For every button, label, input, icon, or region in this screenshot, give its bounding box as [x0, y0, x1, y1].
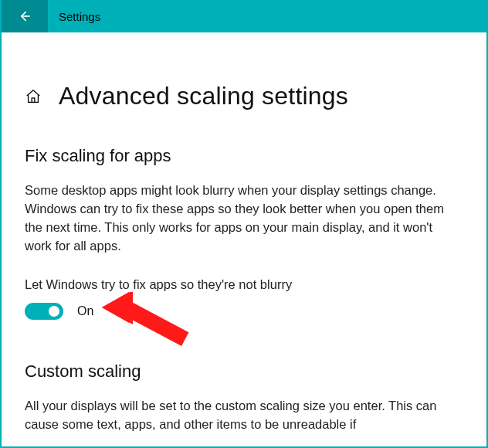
section-heading-fix-scaling: Fix scaling for apps: [25, 146, 463, 166]
section-heading-custom-scaling: Custom scaling: [25, 361, 463, 382]
content-area: Advanced scaling settings Fix scaling fo…: [2, 32, 486, 434]
home-icon[interactable]: [25, 88, 42, 105]
arrow-left-icon: [17, 8, 32, 24]
titlebar-label: Settings: [48, 10, 100, 23]
page-title-row: Advanced scaling settings: [25, 82, 463, 110]
page-title: Advanced scaling settings: [59, 82, 348, 110]
fix-scaling-description: Some desktop apps might look blurry when…: [25, 182, 457, 256]
custom-scaling-description: All your displays will be set to the cus…: [25, 397, 457, 434]
back-button[interactable]: [2, 0, 48, 32]
titlebar: Settings: [2, 0, 486, 32]
fix-blurry-toggle-state: On: [77, 304, 93, 318]
toggle-knob: [49, 306, 59, 317]
fix-blurry-toggle[interactable]: [25, 303, 63, 320]
window-frame: Settings Advanced scaling settings Fix s…: [0, 0, 488, 448]
fix-blurry-toggle-row: On: [25, 303, 463, 320]
fix-blurry-option-label: Let Windows try to fix apps so they're n…: [25, 277, 463, 292]
